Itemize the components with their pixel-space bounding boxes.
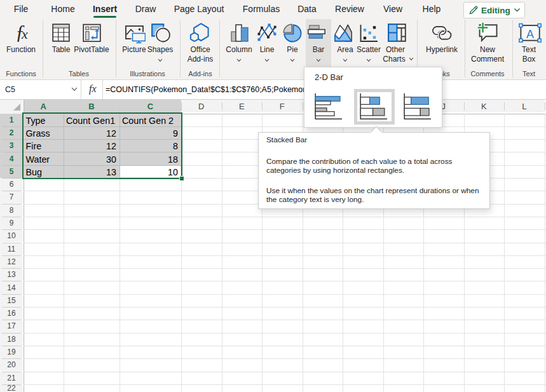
svg-text:A: A <box>526 28 534 41</box>
